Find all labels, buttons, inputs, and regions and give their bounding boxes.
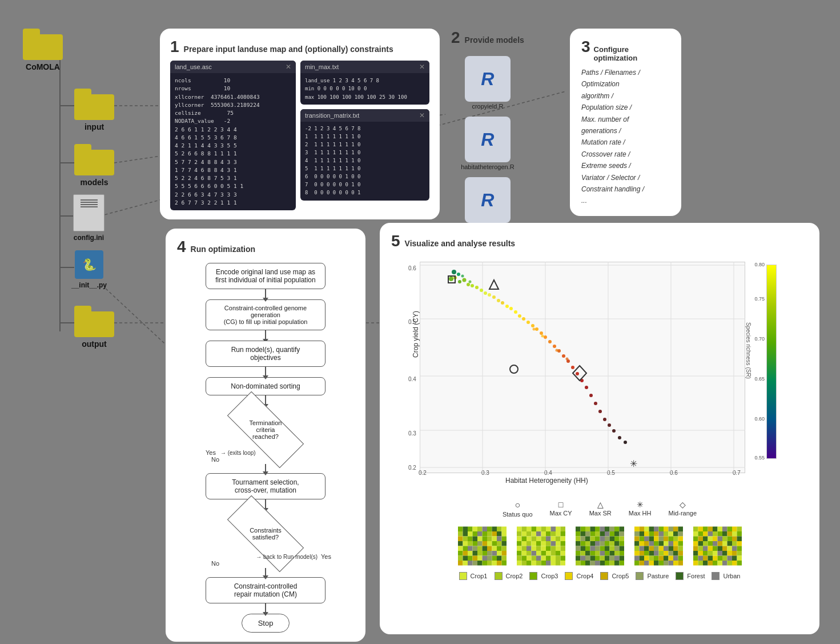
comola-folder: CoMOLA [23, 29, 63, 71]
svg-rect-343 [649, 537, 654, 542]
svg-rect-399 [678, 561, 683, 566]
init-label: __init__.py [71, 281, 107, 289]
svg-rect-320 [634, 527, 640, 532]
svg-rect-409 [737, 527, 742, 532]
svg-rect-179 [560, 531, 565, 537]
svg-rect-246 [605, 527, 610, 532]
fc-cm: Constraint-controlledrepair mutation (CM… [206, 577, 325, 603]
svg-point-38 [497, 299, 500, 302]
svg-rect-283 [590, 546, 595, 551]
svg-rect-125 [482, 546, 487, 551]
svg-rect-199 [560, 541, 565, 546]
svg-rect-172 [526, 531, 532, 537]
svg-rect-116 [487, 541, 492, 546]
svg-rect-207 [550, 546, 556, 551]
svg-rect-167 [550, 527, 556, 532]
habitatheterogen-file: R habitatheterogen.R [451, 117, 524, 170]
svg-point-37 [492, 295, 496, 299]
output-folder-icon [74, 306, 114, 337]
svg-point-49 [544, 335, 547, 339]
svg-rect-315 [600, 561, 605, 566]
svg-rect-260 [576, 537, 581, 542]
svg-rect-267 [609, 537, 614, 542]
svg-rect-449 [737, 546, 742, 551]
svg-rect-411 [698, 531, 703, 537]
svg-point-75 [510, 365, 518, 373]
svg-rect-169 [560, 527, 565, 532]
color-legend: Crop1 Crop2 Crop3 Crop4 Crop5 Pasture Fo… [391, 572, 808, 580]
svg-rect-85 [482, 527, 487, 532]
svg-rect-192 [526, 541, 532, 546]
svg-rect-314 [595, 561, 600, 566]
init-file: 🐍 __init__.py [71, 250, 107, 289]
svg-rect-438 [732, 541, 737, 546]
svg-rect-340 [634, 537, 640, 542]
svg-rect-352 [644, 541, 649, 546]
svg-rect-378 [673, 551, 678, 556]
svg-rect-185 [541, 537, 546, 542]
land-use-filename: land_use.asc [175, 63, 212, 70]
step3-config-list: Paths / Filenames / Optimization algorit… [581, 67, 670, 207]
colorbar-label: Species richness (SR) [745, 319, 751, 382]
svg-rect-224 [536, 556, 541, 561]
svg-rect-410 [693, 531, 698, 537]
svg-rect-151 [463, 561, 468, 566]
svg-rect-442 [703, 546, 708, 551]
svg-point-29 [458, 280, 461, 283]
svg-rect-386 [664, 556, 669, 561]
svg-rect-176 [546, 531, 551, 537]
svg-rect-468 [732, 556, 737, 561]
svg-rect-360 [634, 546, 640, 551]
svg-rect-316 [605, 561, 610, 566]
svg-rect-238 [556, 561, 561, 566]
svg-rect-178 [556, 531, 561, 537]
svg-rect-166 [546, 527, 551, 532]
svg-rect-369 [678, 546, 683, 551]
svg-point-73 [556, 349, 558, 352]
svg-rect-467 [727, 556, 732, 561]
svg-rect-443 [708, 546, 713, 551]
svg-rect-121 [463, 546, 468, 551]
svg-rect-263 [590, 537, 595, 542]
svg-rect-162 [526, 527, 532, 532]
svg-point-58 [585, 386, 588, 389]
x-axis-label: Habitat Heterogeneity (HH) [505, 477, 588, 485]
cropyield-label: cropyield.R [472, 103, 503, 110]
map-max-cy [517, 525, 565, 567]
svg-rect-388 [673, 556, 678, 561]
svg-point-34 [480, 289, 483, 292]
svg-rect-307 [609, 556, 614, 561]
land-use-panel: land_use.asc ✕ ncols 10 nrows 10 xllcorn… [170, 61, 296, 210]
svg-rect-257 [609, 531, 614, 537]
svg-rect-422 [703, 537, 708, 542]
transition-matrix-panel: transition_matrix.txt ✕ -2 1 2 3 4 5 6 7… [300, 109, 429, 200]
svg-rect-457 [727, 551, 732, 556]
svg-rect-233 [531, 561, 536, 566]
svg-rect-245 [600, 527, 605, 532]
svg-rect-311 [580, 561, 585, 566]
svg-point-40 [505, 305, 509, 308]
svg-rect-93 [472, 531, 477, 537]
svg-rect-157 [492, 561, 497, 566]
svg-rect-342 [644, 537, 649, 542]
flowchart: Encode original land use map asfirst ind… [177, 263, 354, 633]
svg-rect-143 [472, 556, 477, 561]
svg-rect-128 [497, 546, 502, 551]
svg-rect-461 [698, 556, 703, 561]
svg-rect-392 [644, 561, 649, 566]
svg-rect-122 [468, 546, 473, 551]
svg-rect-432 [703, 541, 708, 546]
svg-rect-292 [585, 551, 590, 556]
svg-rect-139 [501, 551, 507, 556]
svg-point-44 [522, 317, 525, 321]
svg-point-32 [471, 284, 474, 287]
svg-rect-302 [585, 556, 590, 561]
svg-rect-96 [487, 531, 492, 537]
legend-crop2: Crop2 [506, 573, 523, 579]
legend-forest: Forest [687, 573, 705, 579]
svg-rect-270 [576, 541, 581, 546]
svg-rect-106 [487, 537, 492, 542]
svg-rect-462 [703, 556, 708, 561]
svg-rect-441 [698, 546, 703, 551]
svg-point-65 [618, 436, 621, 439]
